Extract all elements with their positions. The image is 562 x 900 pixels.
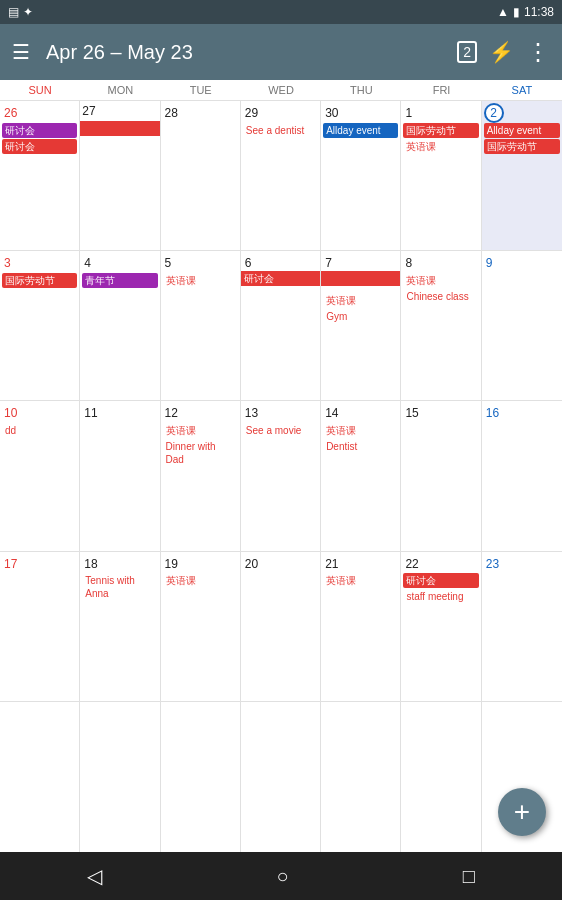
- cell-empty-5[interactable]: [321, 702, 401, 852]
- cell-may15[interactable]: 15: [401, 401, 481, 550]
- cell-may10[interactable]: 10 dd: [0, 401, 80, 550]
- time-display: 11:38: [524, 5, 554, 19]
- cell-may9[interactable]: 9: [482, 251, 562, 400]
- event-may22-2[interactable]: staff meeting: [403, 589, 478, 604]
- cell-apr30[interactable]: 30 Allday event: [321, 101, 401, 250]
- cell-may23[interactable]: 23: [482, 552, 562, 701]
- cell-may17[interactable]: 17: [0, 552, 80, 701]
- cell-may20[interactable]: 20: [241, 552, 321, 701]
- cell-may12[interactable]: 12 英语课 Dinner with Dad: [161, 401, 241, 550]
- nav-bar: ◁ ○ □: [0, 852, 562, 900]
- event-may6-1[interactable]: 研讨会: [241, 271, 320, 286]
- home-button[interactable]: ○: [276, 865, 288, 888]
- cell-apr29[interactable]: 29 See a dentist: [241, 101, 321, 250]
- event-may3-1[interactable]: 国际劳动节: [2, 273, 77, 288]
- cell-may13[interactable]: 13 See a movie: [241, 401, 321, 550]
- event-may14-1[interactable]: 英语课: [323, 423, 398, 438]
- week-1: 26 研讨会 研讨会 27 28 29 See a dentist 30 All…: [0, 101, 562, 251]
- calendar-icon[interactable]: 2: [457, 41, 477, 63]
- cell-empty-6[interactable]: [401, 702, 481, 852]
- event-may10-1[interactable]: dd: [2, 423, 77, 438]
- cell-empty-4[interactable]: [241, 702, 321, 852]
- week-5: [0, 702, 562, 852]
- cell-apr26[interactable]: 26 研讨会 研讨会: [0, 101, 80, 250]
- event-apr26-1[interactable]: 研讨会: [2, 123, 77, 138]
- top-bar: ☰ Apr 26 – May 23 2 ⚡ ⋮: [0, 24, 562, 80]
- header-tue: TUE: [161, 80, 241, 100]
- calendar: SUN MON TUE WED THU FRI SAT 26 研讨会 研讨会 2…: [0, 80, 562, 852]
- header-mon: MON: [80, 80, 160, 100]
- notification-icon: ✦: [23, 5, 33, 19]
- fab-plus-icon: +: [514, 796, 530, 828]
- sim-icon: ▤: [8, 5, 19, 19]
- cell-may14[interactable]: 14 英语课 Dentist: [321, 401, 401, 550]
- cell-may5[interactable]: 5 英语课: [161, 251, 241, 400]
- header-thu: THU: [321, 80, 401, 100]
- status-right-icons: ▲ ▮ 11:38: [497, 5, 554, 19]
- event-may13-1[interactable]: See a movie: [243, 423, 318, 438]
- event-apr29-1[interactable]: See a dentist: [243, 123, 318, 138]
- event-may12-2[interactable]: Dinner with Dad: [163, 439, 238, 467]
- cell-may21[interactable]: 21 英语课: [321, 552, 401, 701]
- event-may2-2[interactable]: 国际劳动节: [484, 139, 560, 154]
- cell-may16[interactable]: 16: [482, 401, 562, 550]
- wifi-icon: ▲: [497, 5, 509, 19]
- cell-apr28[interactable]: 28: [161, 101, 241, 250]
- week-3: 10 dd 11 12 英语课 Dinner with Dad 13 See a…: [0, 401, 562, 551]
- cell-may6[interactable]: 6 研讨会: [241, 251, 321, 400]
- event-may18-1[interactable]: Tennis with Anna: [82, 573, 157, 601]
- cell-empty-2[interactable]: [80, 702, 160, 852]
- week-2: 3 国际劳动节 4 青年节 5 英语课 6 研讨会 7 英语课 Gym: [0, 251, 562, 401]
- cell-may7[interactable]: 7 英语课 Gym: [321, 251, 401, 400]
- fab-add-button[interactable]: +: [498, 788, 546, 836]
- status-left-icons: ▤ ✦: [8, 5, 33, 19]
- battery-icon: ▮: [513, 5, 520, 19]
- header-sat: SAT: [482, 80, 562, 100]
- event-may19-1[interactable]: 英语课: [163, 573, 238, 588]
- event-apr30-1[interactable]: Allday event: [323, 123, 398, 138]
- event-may22-1[interactable]: 研讨会: [403, 573, 478, 588]
- cell-may19[interactable]: 19 英语课: [161, 552, 241, 701]
- cell-may1[interactable]: 1 国际劳动节 英语课: [401, 101, 481, 250]
- cell-apr27[interactable]: 27: [80, 101, 160, 250]
- cell-empty-1[interactable]: [0, 702, 80, 852]
- header-wed: WED: [241, 80, 321, 100]
- event-may7-allday[interactable]: [321, 271, 400, 286]
- flash-icon[interactable]: ⚡: [489, 40, 514, 64]
- day-headers: SUN MON TUE WED THU FRI SAT: [0, 80, 562, 101]
- event-apr27-1[interactable]: [80, 121, 159, 136]
- header-fri: FRI: [401, 80, 481, 100]
- event-may8-1[interactable]: 英语课: [403, 273, 478, 288]
- status-bar: ▤ ✦ ▲ ▮ 11:38: [0, 0, 562, 24]
- menu-icon[interactable]: ☰: [12, 40, 30, 64]
- date-range-title: Apr 26 – May 23: [46, 41, 441, 64]
- header-sun: SUN: [0, 80, 80, 100]
- recents-button[interactable]: □: [463, 865, 475, 888]
- event-may7-2[interactable]: Gym: [323, 309, 398, 324]
- event-apr26-2[interactable]: 研讨会: [2, 139, 77, 154]
- event-may7-1[interactable]: 英语课: [323, 293, 398, 308]
- back-button[interactable]: ◁: [87, 864, 102, 888]
- week-4: 17 18 Tennis with Anna 19 英语课 20 21 英语课 …: [0, 552, 562, 702]
- event-may14-2[interactable]: Dentist: [323, 439, 398, 454]
- event-may5-1[interactable]: 英语课: [163, 273, 238, 288]
- calendar-grid: 26 研讨会 研讨会 27 28 29 See a dentist 30 All…: [0, 101, 562, 852]
- event-may8-2[interactable]: Chinese class: [403, 289, 478, 304]
- event-may2-1[interactable]: Allday event: [484, 123, 560, 138]
- event-may4-1[interactable]: 青年节: [82, 273, 157, 288]
- more-icon[interactable]: ⋮: [526, 38, 550, 66]
- cell-may4[interactable]: 4 青年节: [80, 251, 160, 400]
- cell-may22[interactable]: 22 研讨会 staff meeting: [401, 552, 481, 701]
- event-may21-1[interactable]: 英语课: [323, 573, 398, 588]
- event-may12-1[interactable]: 英语课: [163, 423, 238, 438]
- cell-may18[interactable]: 18 Tennis with Anna: [80, 552, 160, 701]
- cell-may11[interactable]: 11: [80, 401, 160, 550]
- cell-may8[interactable]: 8 英语课 Chinese class: [401, 251, 481, 400]
- event-may1-2[interactable]: 英语课: [403, 139, 478, 154]
- event-may1-1[interactable]: 国际劳动节: [403, 123, 478, 138]
- cell-empty-3[interactable]: [161, 702, 241, 852]
- cell-may2[interactable]: 2 Allday event 国际劳动节: [482, 101, 562, 250]
- toolbar-icons: 2 ⚡ ⋮: [457, 38, 550, 66]
- cell-may3[interactable]: 3 国际劳动节: [0, 251, 80, 400]
